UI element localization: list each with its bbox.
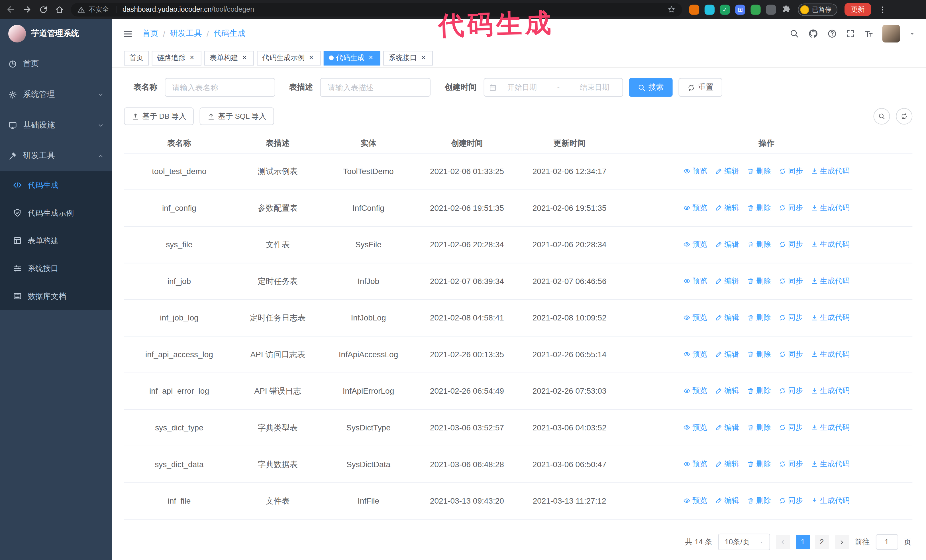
generate-code-link[interactable]: 生成代码 bbox=[811, 350, 850, 359]
edit-link[interactable]: 编辑 bbox=[716, 203, 739, 213]
reset-button[interactable]: 重置 bbox=[679, 78, 722, 97]
generate-code-link[interactable]: 生成代码 bbox=[811, 496, 850, 506]
sync-link[interactable]: 同步 bbox=[779, 313, 803, 323]
page-2-button[interactable]: 2 bbox=[815, 535, 829, 549]
address-bar[interactable]: 不安全 dashboard.yudao.iocoder.cn/tool/code… bbox=[71, 3, 682, 16]
edit-link[interactable]: 编辑 bbox=[716, 166, 739, 176]
date-range-picker[interactable]: - bbox=[484, 78, 623, 97]
close-icon[interactable]: × bbox=[307, 54, 315, 62]
preview-link[interactable]: 预览 bbox=[684, 386, 707, 396]
sidebar-item-首页[interactable]: 首页 bbox=[0, 48, 112, 79]
tab-代码生成[interactable]: 代码生成× bbox=[324, 50, 380, 65]
refresh-table-button[interactable] bbox=[896, 108, 912, 124]
generate-code-link[interactable]: 生成代码 bbox=[811, 166, 850, 176]
sidebar-item-系统接口[interactable]: 系统接口 bbox=[0, 254, 112, 282]
tab-表单构建[interactable]: 表单构建× bbox=[204, 50, 254, 65]
font-size-icon[interactable] bbox=[864, 29, 873, 38]
delete-link[interactable]: 删除 bbox=[747, 313, 771, 323]
user-avatar[interactable] bbox=[882, 25, 900, 42]
delete-link[interactable]: 删除 bbox=[747, 240, 771, 249]
browser-reload-button[interactable] bbox=[39, 5, 48, 14]
page-size-select[interactable]: 10条/页 bbox=[718, 534, 770, 550]
extension-dark-icon[interactable] bbox=[766, 5, 776, 15]
sidebar-item-代码生成[interactable]: 代码生成 bbox=[0, 171, 112, 199]
generate-code-link[interactable]: 生成代码 bbox=[811, 423, 850, 433]
sidebar-item-代码生成示例[interactable]: 代码生成示例 bbox=[0, 199, 112, 226]
delete-link[interactable]: 删除 bbox=[747, 423, 771, 433]
update-button[interactable]: 更新 bbox=[844, 3, 871, 16]
security-warning-icon[interactable] bbox=[77, 6, 85, 14]
generate-code-link[interactable]: 生成代码 bbox=[811, 203, 850, 213]
sync-link[interactable]: 同步 bbox=[779, 276, 803, 286]
extension-blue-grid-icon[interactable]: ⊞ bbox=[735, 5, 745, 15]
sync-link[interactable]: 同步 bbox=[779, 166, 803, 176]
close-icon[interactable]: × bbox=[419, 54, 428, 62]
sync-link[interactable]: 同步 bbox=[779, 496, 803, 506]
paused-badge[interactable]: 已暂停 bbox=[798, 3, 837, 16]
tab-代码生成示例[interactable]: 代码生成示例× bbox=[257, 50, 321, 65]
delete-link[interactable]: 删除 bbox=[747, 496, 771, 506]
sync-link[interactable]: 同步 bbox=[779, 386, 803, 396]
generate-code-link[interactable]: 生成代码 bbox=[811, 386, 850, 396]
tab-首页[interactable]: 首页 bbox=[124, 50, 149, 65]
extension-green-check-icon[interactable]: ✓ bbox=[720, 5, 730, 15]
sync-link[interactable]: 同步 bbox=[779, 459, 803, 469]
next-page-button[interactable] bbox=[835, 535, 849, 549]
search-button[interactable]: 搜索 bbox=[629, 78, 672, 97]
breadcrumb-item[interactable]: 代码生成 bbox=[213, 28, 245, 39]
edit-link[interactable]: 编辑 bbox=[716, 386, 739, 396]
extensions-puzzle-icon[interactable] bbox=[781, 5, 791, 14]
delete-link[interactable]: 删除 bbox=[747, 276, 771, 286]
edit-link[interactable]: 编辑 bbox=[716, 240, 739, 249]
browser-home-button[interactable] bbox=[55, 5, 64, 14]
preview-link[interactable]: 预览 bbox=[684, 240, 707, 249]
github-icon[interactable] bbox=[808, 28, 818, 39]
close-icon[interactable]: × bbox=[367, 54, 375, 62]
extension-green-icon[interactable] bbox=[750, 5, 761, 15]
generate-code-link[interactable]: 生成代码 bbox=[811, 313, 850, 323]
hamburger-icon[interactable] bbox=[123, 29, 133, 39]
edit-link[interactable]: 编辑 bbox=[716, 276, 739, 286]
preview-link[interactable]: 预览 bbox=[684, 423, 707, 433]
generate-code-link[interactable]: 生成代码 bbox=[811, 459, 850, 469]
tab-系统接口[interactable]: 系统接口× bbox=[383, 50, 433, 65]
start-date-input[interactable] bbox=[499, 83, 545, 91]
generate-code-link[interactable]: 生成代码 bbox=[811, 276, 850, 286]
tab-链路追踪[interactable]: 链路追踪× bbox=[152, 50, 201, 65]
end-date-input[interactable] bbox=[572, 83, 618, 91]
breadcrumb-item[interactable]: 首页 bbox=[142, 28, 159, 39]
preview-link[interactable]: 预览 bbox=[684, 496, 707, 506]
sync-link[interactable]: 同步 bbox=[779, 423, 803, 433]
preview-link[interactable]: 预览 bbox=[684, 276, 707, 286]
table-name-input[interactable] bbox=[164, 78, 275, 97]
preview-link[interactable]: 预览 bbox=[684, 166, 707, 176]
sidebar-item-系统管理[interactable]: 系统管理 bbox=[0, 79, 112, 110]
preview-link[interactable]: 预览 bbox=[684, 203, 707, 213]
extension-orange-icon[interactable] bbox=[689, 5, 699, 15]
delete-link[interactable]: 删除 bbox=[747, 350, 771, 359]
prev-page-button[interactable] bbox=[776, 535, 790, 549]
import-db-button[interactable]: 基于 DB 导入 bbox=[124, 107, 194, 125]
preview-link[interactable]: 预览 bbox=[684, 459, 707, 469]
delete-link[interactable]: 删除 bbox=[747, 386, 771, 396]
breadcrumb-item[interactable]: 研发工具 bbox=[170, 28, 202, 39]
close-icon[interactable]: × bbox=[241, 54, 249, 62]
browser-forward-button[interactable] bbox=[23, 5, 32, 14]
delete-link[interactable]: 删除 bbox=[747, 166, 771, 176]
search-icon[interactable] bbox=[790, 29, 799, 38]
edit-link[interactable]: 编辑 bbox=[716, 350, 739, 359]
browser-back-button[interactable] bbox=[6, 5, 15, 14]
sidebar-item-研发工具[interactable]: 研发工具 bbox=[0, 140, 112, 171]
sync-link[interactable]: 同步 bbox=[779, 240, 803, 249]
help-icon[interactable] bbox=[828, 29, 837, 38]
preview-link[interactable]: 预览 bbox=[684, 350, 707, 359]
avatar-caret-icon[interactable] bbox=[909, 30, 915, 37]
toggle-search-button[interactable] bbox=[873, 108, 890, 124]
sync-link[interactable]: 同步 bbox=[779, 350, 803, 359]
page-1-button[interactable]: 1 bbox=[796, 535, 810, 549]
delete-link[interactable]: 删除 bbox=[747, 459, 771, 469]
generate-code-link[interactable]: 生成代码 bbox=[811, 240, 850, 249]
sidebar-item-表单构建[interactable]: 表单构建 bbox=[0, 227, 112, 254]
extension-teal-icon[interactable] bbox=[705, 5, 714, 15]
bookmark-star-icon[interactable] bbox=[667, 5, 676, 14]
